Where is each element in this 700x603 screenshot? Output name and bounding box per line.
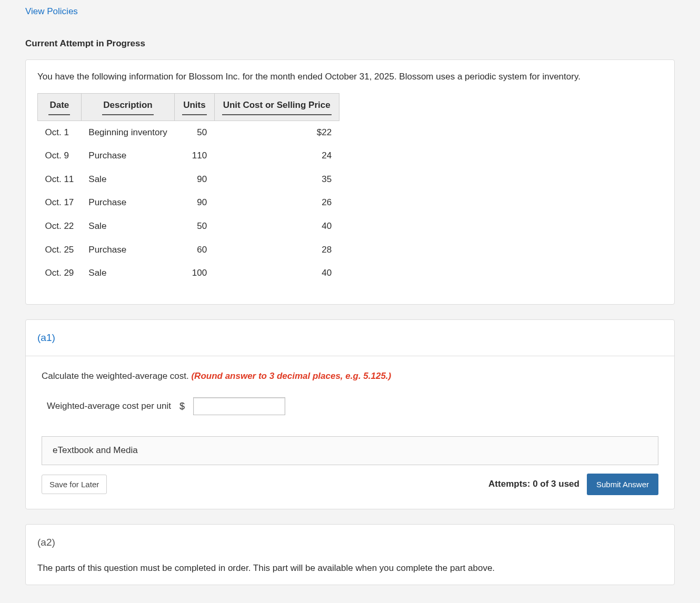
table-row: Oct. 11 Sale 90 35 <box>38 168 339 192</box>
table-row: Oct. 1 Beginning inventory 50 $22 <box>38 120 339 144</box>
a2-locked-message: The parts of this question must be compl… <box>26 560 674 575</box>
view-policies-link[interactable]: View Policies <box>0 0 700 22</box>
cell-date: Oct. 29 <box>38 262 82 285</box>
table-row: Oct. 29 Sale 100 40 <box>38 262 339 285</box>
answer-row: Weighted-average cost per unit $ <box>42 397 658 415</box>
cell-price: 24 <box>214 144 339 168</box>
col-date: Date <box>38 93 82 120</box>
cell-desc: Sale <box>81 215 174 238</box>
section-title: Current Attempt in Progress <box>0 22 700 60</box>
part-a1-header[interactable]: (a1) <box>26 320 674 356</box>
cell-price: 26 <box>214 191 339 215</box>
col-units: Units <box>175 93 215 120</box>
cell-date: Oct. 9 <box>38 144 82 168</box>
a1-instruction-text: Calculate the weighted-average cost. <box>42 371 191 381</box>
part-a1-panel: (a1) Calculate the weighted-average cost… <box>25 319 675 509</box>
problem-intro: You have the following information for B… <box>37 71 663 84</box>
table-row: Oct. 9 Purchase 110 24 <box>38 144 339 168</box>
right-actions: Attempts: 0 of 3 used Submit Answer <box>488 474 658 495</box>
answer-label: Weighted-average cost per unit <box>47 400 171 413</box>
etextbook-media-button[interactable]: eTextbook and Media <box>42 436 658 465</box>
table-row: Oct. 25 Purchase 60 28 <box>38 238 339 262</box>
cell-units: 50 <box>175 120 215 144</box>
cell-units: 110 <box>175 144 215 168</box>
cell-date: Oct. 22 <box>38 215 82 238</box>
cell-units: 90 <box>175 168 215 192</box>
table-row: Oct. 22 Sale 50 40 <box>38 215 339 238</box>
cell-date: Oct. 11 <box>38 168 82 192</box>
page-root: View Policies Current Attempt in Progres… <box>0 0 700 603</box>
cell-date: Oct. 1 <box>38 120 82 144</box>
cell-desc: Beginning inventory <box>81 120 174 144</box>
cell-units: 50 <box>175 215 215 238</box>
problem-panel: You have the following information for B… <box>25 59 675 305</box>
cell-desc: Purchase <box>81 238 174 262</box>
cell-date: Oct. 17 <box>38 191 82 215</box>
cell-desc: Purchase <box>81 144 174 168</box>
attempts-label: Attempts: 0 of 3 used <box>488 478 579 491</box>
weighted-average-cost-input[interactable] <box>193 397 285 415</box>
save-for-later-button[interactable]: Save for Later <box>42 475 107 494</box>
inventory-table: Date Description Units Unit Cost or Sell… <box>37 93 339 285</box>
cell-date: Oct. 25 <box>38 238 82 262</box>
a1-instruction-hint: (Round answer to 3 decimal places, e.g. … <box>191 371 391 381</box>
col-price: Unit Cost or Selling Price <box>214 93 339 120</box>
cell-units: 60 <box>175 238 215 262</box>
cell-units: 90 <box>175 191 215 215</box>
cell-price: 40 <box>214 215 339 238</box>
cell-desc: Sale <box>81 168 174 192</box>
col-desc: Description <box>81 93 174 120</box>
cell-price: 40 <box>214 262 339 285</box>
part-a2-panel: (a2) The parts of this question must be … <box>25 524 675 585</box>
cell-price: 35 <box>214 168 339 192</box>
part-a2-header: (a2) <box>26 525 674 560</box>
cell-desc: Purchase <box>81 191 174 215</box>
table-header-row: Date Description Units Unit Cost or Sell… <box>38 93 339 120</box>
cell-units: 100 <box>175 262 215 285</box>
a1-instruction: Calculate the weighted-average cost. (Ro… <box>42 370 658 383</box>
currency-symbol: $ <box>179 399 185 413</box>
cell-desc: Sale <box>81 262 174 285</box>
action-row: Save for Later Attempts: 0 of 3 used Sub… <box>42 474 658 495</box>
submit-answer-button[interactable]: Submit Answer <box>587 474 658 495</box>
table-row: Oct. 17 Purchase 90 26 <box>38 191 339 215</box>
cell-price: 28 <box>214 238 339 262</box>
cell-price: $22 <box>214 120 339 144</box>
